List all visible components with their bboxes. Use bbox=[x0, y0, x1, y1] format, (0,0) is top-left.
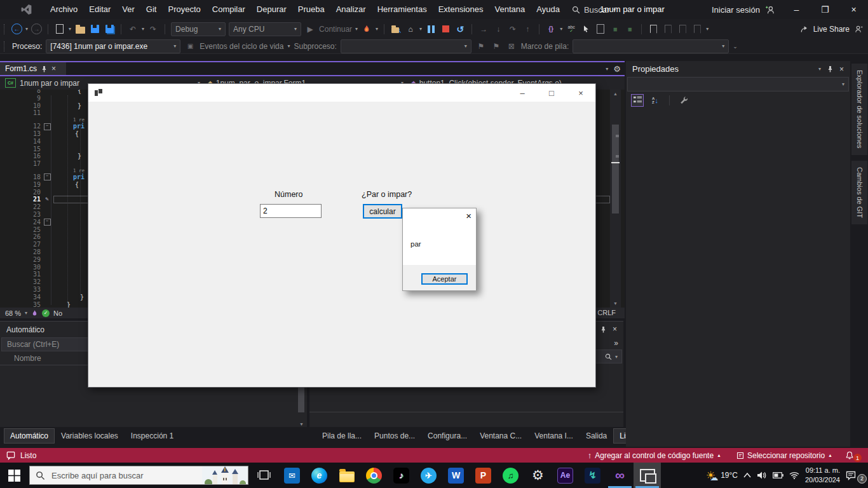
pin-icon[interactable] bbox=[600, 326, 606, 333]
categorized-view-button[interactable] bbox=[631, 94, 644, 107]
fold-collapse-icon[interactable]: − bbox=[44, 173, 51, 180]
chevron-down-icon[interactable]: ▾ bbox=[142, 26, 144, 32]
menu-item[interactable]: Analizar bbox=[330, 0, 372, 19]
toolbar-grip[interactable] bbox=[4, 24, 6, 34]
action-center-icon[interactable] bbox=[846, 471, 856, 480]
menu-item[interactable]: Proyecto bbox=[162, 0, 206, 19]
solution-configuration-dropdown[interactable]: Debug ▾ bbox=[171, 22, 226, 36]
taskbar-app-mail[interactable]: ✉ bbox=[278, 463, 306, 488]
number-input[interactable] bbox=[260, 204, 322, 218]
calculate-button[interactable]: calcular bbox=[363, 204, 402, 219]
hot-reload-icon[interactable] bbox=[361, 24, 372, 35]
app-close-button[interactable]: × bbox=[566, 84, 595, 102]
save-icon[interactable] bbox=[91, 25, 99, 33]
taskbar-app-spotify[interactable]: ♫ bbox=[497, 463, 524, 488]
scrollbar-thumb[interactable] bbox=[612, 125, 619, 214]
next-bookmark-icon[interactable] bbox=[679, 25, 686, 34]
app-maximize-button[interactable]: □ bbox=[537, 84, 566, 102]
lifecycle-events-label[interactable]: Eventos del ciclo de vida bbox=[200, 42, 283, 51]
volume-icon[interactable] bbox=[757, 471, 767, 480]
chevron-down-icon[interactable]: ▾ bbox=[706, 26, 709, 32]
close-panel-icon[interactable]: × bbox=[839, 65, 844, 73]
debug-tab[interactable]: Puntos de... bbox=[368, 428, 421, 444]
app-title-bar[interactable]: – □ × bbox=[88, 84, 595, 102]
menu-item[interactable]: Herramientas bbox=[372, 0, 433, 19]
spell-check-icon[interactable]: abc✓ bbox=[566, 24, 577, 35]
editor-options-gear-icon[interactable]: ⚙ bbox=[613, 64, 621, 74]
notifications-bell-icon[interactable] bbox=[845, 451, 854, 460]
maximize-button[interactable]: ❐ bbox=[811, 0, 839, 19]
step-up-icon[interactable]: ↑ bbox=[522, 24, 533, 35]
fold-collapse-icon[interactable]: − bbox=[44, 123, 51, 130]
taskbar-app-chrome[interactable] bbox=[360, 463, 388, 488]
chevron-down-icon[interactable]: ▾ bbox=[69, 26, 71, 32]
taskbar-app-word[interactable]: W bbox=[442, 463, 470, 488]
alphabetical-sort-button[interactable]: AZ↓ bbox=[649, 94, 661, 107]
menu-item[interactable]: Compilar bbox=[207, 0, 251, 19]
taskbar-app-visual-studio[interactable]: ∞ bbox=[606, 463, 634, 488]
zoom-level-value[interactable]: 68 % bbox=[5, 309, 21, 317]
health-check-icon[interactable]: ✓ bbox=[42, 309, 50, 317]
debug-tab[interactable]: Ventana C... bbox=[473, 428, 528, 444]
solution-platform-dropdown[interactable]: Any CPU ▾ bbox=[229, 22, 301, 36]
subprocess-dropdown[interactable]: ▾ bbox=[341, 39, 471, 53]
menu-item[interactable]: Ayuda bbox=[531, 0, 566, 19]
taskbar-app-powerpoint[interactable]: P bbox=[470, 463, 497, 488]
break-all-icon[interactable] bbox=[428, 25, 435, 33]
save-all-icon[interactable] bbox=[105, 25, 114, 33]
taskbar-app-after-effects[interactable]: Ae bbox=[552, 463, 579, 488]
battery-icon[interactable] bbox=[773, 472, 783, 478]
menu-item[interactable]: Archivo bbox=[44, 0, 83, 19]
feedback-icon[interactable] bbox=[6, 451, 15, 460]
navigate-forward-icon[interactable]: → bbox=[31, 24, 42, 34]
taskbar-app-tiktok[interactable]: ♪ bbox=[388, 463, 415, 488]
chevron-down-icon[interactable]: ▾ bbox=[287, 43, 290, 49]
object-selector-dropdown[interactable]: ▾ bbox=[627, 77, 849, 92]
previous-bookmark-icon[interactable] bbox=[665, 25, 672, 34]
step-out-icon[interactable]: ↷ bbox=[507, 24, 519, 35]
chevron-down-icon[interactable]: ▾ bbox=[560, 26, 562, 32]
menu-item[interactable]: Git bbox=[140, 0, 163, 19]
taskbar-app-edge[interactable]: e bbox=[306, 463, 333, 488]
debug-tab[interactable]: Configura... bbox=[421, 428, 473, 444]
fold-collapse-icon[interactable]: − bbox=[44, 219, 51, 226]
toolbar-overflow-icon[interactable]: ⌄ bbox=[733, 43, 738, 50]
debug-tab[interactable]: Pila de lla... bbox=[316, 428, 368, 444]
hidden-icons-chevron[interactable] bbox=[743, 473, 751, 478]
watch-tab[interactable]: Automático bbox=[4, 428, 55, 444]
redo-icon[interactable]: ↷ bbox=[147, 24, 159, 35]
navigate-back-icon[interactable]: ← bbox=[11, 24, 22, 34]
watch-tab[interactable]: Variables locales bbox=[55, 428, 125, 444]
dialog-ok-button[interactable]: Aceptar bbox=[421, 273, 468, 285]
indent-increase-icon[interactable]: ≡ bbox=[609, 24, 621, 35]
chevron-down-icon[interactable]: ▾ bbox=[818, 66, 821, 72]
step-over-icon[interactable]: → bbox=[478, 24, 489, 35]
chevron-down-icon[interactable]: ▾ bbox=[355, 26, 358, 32]
active-files-dropdown-icon[interactable]: ▾ bbox=[606, 66, 608, 72]
add-to-source-control-button[interactable]: Agregar al control de código fuente bbox=[595, 451, 714, 460]
clear-bookmarks-icon[interactable] bbox=[694, 25, 701, 34]
continue-label[interactable]: Continuar bbox=[319, 25, 352, 34]
new-project-icon[interactable] bbox=[56, 24, 64, 34]
toggle-bookmark-icon[interactable] bbox=[650, 25, 657, 34]
taskbar-app-settings[interactable]: ⚙ bbox=[524, 463, 552, 488]
flag-icon[interactable]: ⚑ bbox=[475, 41, 487, 52]
autos-column-name[interactable]: Nombre bbox=[14, 354, 41, 363]
chevron-down-icon[interactable]: ▾ bbox=[419, 26, 422, 32]
select-repository-button[interactable]: Seleccionar repositorio bbox=[747, 451, 825, 460]
show-output-window-icon[interactable]: ⌂ bbox=[405, 24, 416, 35]
task-view-icon[interactable] bbox=[257, 469, 271, 481]
stack-frame-dropdown[interactable]: ▾ bbox=[573, 39, 729, 53]
side-tab[interactable]: Explorador de soluciones bbox=[851, 64, 867, 155]
scroll-down-icon[interactable]: ▼ bbox=[610, 301, 621, 306]
app-minimize-button[interactable]: – bbox=[508, 84, 537, 102]
process-dropdown[interactable]: [7436] 1num par o impar.exe ▾ bbox=[46, 39, 180, 53]
format-document-icon[interactable] bbox=[597, 24, 604, 34]
taskbar-app-telegram[interactable]: ✈ bbox=[415, 463, 442, 488]
flag-new-icon[interactable]: ⚑ bbox=[491, 41, 502, 52]
chevron-down-icon[interactable]: ▾ bbox=[25, 310, 27, 316]
watch-tab[interactable]: Inspección 1 bbox=[125, 428, 180, 444]
close-button[interactable]: × bbox=[839, 0, 868, 19]
sign-in-button[interactable]: Iniciar sesión bbox=[712, 0, 775, 19]
taskbar-search-box[interactable]: Escribe aquí para buscar bbox=[29, 466, 248, 485]
